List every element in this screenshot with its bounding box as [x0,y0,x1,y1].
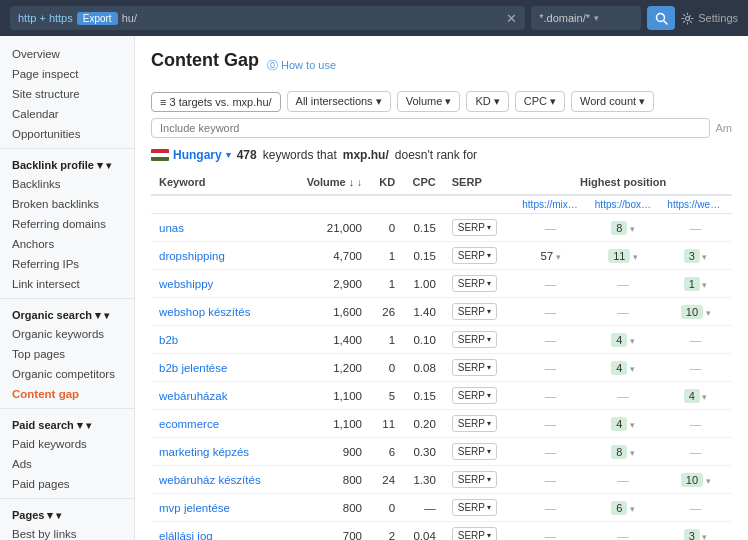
keyword-link[interactable]: webáruház készítés [159,474,261,486]
serp-button[interactable]: SERP ▾ [452,443,497,460]
sub-empty3 [370,195,403,214]
sidebar-item-opportunities[interactable]: Opportunities [0,124,134,144]
serp-button[interactable]: SERP ▾ [452,527,497,540]
keyword-link[interactable]: webáruházak [159,390,227,402]
target-domain: mxp.hu/ [343,148,389,162]
keyword-link[interactable]: elállási jog [159,530,213,541]
serp-cell: SERP ▾ [444,270,514,298]
keyword-link[interactable]: unas [159,222,184,234]
chevron-down-icon: ▾ [487,279,491,288]
dash: — [545,278,557,290]
serp-button[interactable]: SERP ▾ [452,275,497,292]
sidebar-item-referring-ips[interactable]: Referring IPs [0,254,134,274]
serp-button[interactable]: SERP ▾ [452,499,497,516]
filter-bar: ≡ 3 targets vs. mxp.hu/ All intersection… [151,91,732,138]
keyword-cell: webáruházak [151,382,296,410]
col-volume[interactable]: Volume ↓ [296,170,370,195]
keyword-more: Am [716,122,733,134]
keyword-link[interactable]: ecommerce [159,418,219,430]
serp-button[interactable]: SERP ▾ [452,471,497,488]
cpc-cell: 1.30 [403,466,444,494]
layout: Overview Page inspect Site structure Cal… [0,36,748,540]
keyword-link[interactable]: webshippy [159,278,213,290]
sidebar-item-top-pages[interactable]: Top pages [0,344,134,364]
settings-button[interactable]: Settings [681,12,738,25]
sidebar-item-paid-keywords[interactable]: Paid keywords [0,434,134,454]
how-to-link[interactable]: ⓪ How to use [267,58,336,73]
sidebar-item-broken-backlinks[interactable]: Broken backlinks [0,194,134,214]
sub-empty5 [444,195,514,214]
cpc-filter[interactable]: CPC ▾ [515,91,565,112]
export-button[interactable]: Export [77,12,118,25]
volume-filter[interactable]: Volume ▾ [397,91,461,112]
sidebar-section-pages[interactable]: Pages ▾ [0,503,134,524]
cpc-cell: 0.15 [403,242,444,270]
col-kd[interactable]: KD [370,170,403,195]
serp-button[interactable]: SERP ▾ [452,331,497,348]
arrow-icon: ▾ [703,476,711,486]
kd-filter[interactable]: KD ▾ [466,91,508,112]
url-text: hu/ [122,12,137,24]
pos-value: 4 [684,389,700,403]
sidebar-item-referring-domains[interactable]: Referring domains [0,214,134,234]
keyword-input[interactable] [151,118,710,138]
col-highest-pos: Highest position [514,170,732,195]
sidebar-item-overview[interactable]: Overview [0,44,134,64]
sidebar-item-organic-competitors[interactable]: Organic competitors [0,364,134,384]
pos-value: 10 [681,473,703,487]
sidebar-section-paid[interactable]: Paid search ▾ [0,413,134,434]
serp-button[interactable]: SERP ▾ [452,387,497,404]
sidebar-item-anchors-1[interactable]: Anchors [0,234,134,254]
sidebar-item-best-by-links[interactable]: Best by links [0,524,134,540]
keyword-link[interactable]: dropshipping [159,250,225,262]
keyword-link[interactable]: mvp jelentése [159,502,230,514]
keyword-link[interactable]: webshop készítés [159,306,250,318]
chevron-down-icon: ▾ [487,307,491,316]
sidebar-item-content-gap[interactable]: Content gap [0,384,134,404]
sidebar-item-link-intersect[interactable]: Link intersect [0,274,134,294]
volume-cell: 800 [296,494,370,522]
kd-cell: 24 [370,466,403,494]
sidebar-item-backlinks[interactable]: Backlinks [0,174,134,194]
arrow-icon: ▾ [627,364,635,374]
pos-value: 4 [611,333,627,347]
serp-cell: SERP ▾ [444,494,514,522]
kd-cell: 26 [370,298,403,326]
word-count-filter[interactable]: Word count ▾ [571,91,654,112]
search-button[interactable] [647,6,675,30]
serp-button[interactable]: SERP ▾ [452,247,497,264]
close-icon[interactable]: ✕ [506,11,517,26]
top-bar: http + https Export hu/ ✕ *.domain/* ▾ S… [0,0,748,36]
sidebar-item-site-structure[interactable]: Site structure [0,84,134,104]
serp-button[interactable]: SERP ▾ [452,359,497,376]
serp-button[interactable]: SERP ▾ [452,303,497,320]
country-flag[interactable]: Hungary ▾ [151,148,231,162]
domain-bar: *.domain/* ▾ [531,6,641,30]
keyword-link[interactable]: b2b jelentése [159,362,227,374]
pos3-cell: 1 ▾ [659,270,732,298]
keyword-link[interactable]: marketing képzés [159,446,249,458]
serp-button[interactable]: SERP ▾ [452,415,497,432]
kd-cell: 2 [370,522,403,541]
sidebar-item-calendar[interactable]: Calendar [0,104,134,124]
col-cpc[interactable]: CPC [403,170,444,195]
keyword-cell: webshop készítés [151,298,296,326]
pos1-cell: 57 ▾ [514,242,587,270]
keyword-cell: ecommerce [151,410,296,438]
pos3-cell: 3 ▾ [659,242,732,270]
sidebar-item-page-inspect[interactable]: Page inspect [0,64,134,84]
keyword-link[interactable]: b2b [159,334,178,346]
pos2-cell: 4 ▾ [587,354,660,382]
sidebar-section-backlink[interactable]: Backlink profile ▾ [0,153,134,174]
divider [0,498,134,499]
targets-filter[interactable]: ≡ 3 targets vs. mxp.hu/ [151,92,281,112]
sidebar-item-ads[interactable]: Ads [0,454,134,474]
sidebar-section-organic[interactable]: Organic search ▾ [0,303,134,324]
serp-button[interactable]: SERP ▾ [452,219,497,236]
sidebar-item-paid-pages[interactable]: Paid pages [0,474,134,494]
volume-cell: 1,600 [296,298,370,326]
pos2-cell: — [587,466,660,494]
sidebar-item-organic-keywords[interactable]: Organic keywords [0,324,134,344]
intersections-filter[interactable]: All intersections ▾ [287,91,391,112]
volume-cell: 1,400 [296,326,370,354]
